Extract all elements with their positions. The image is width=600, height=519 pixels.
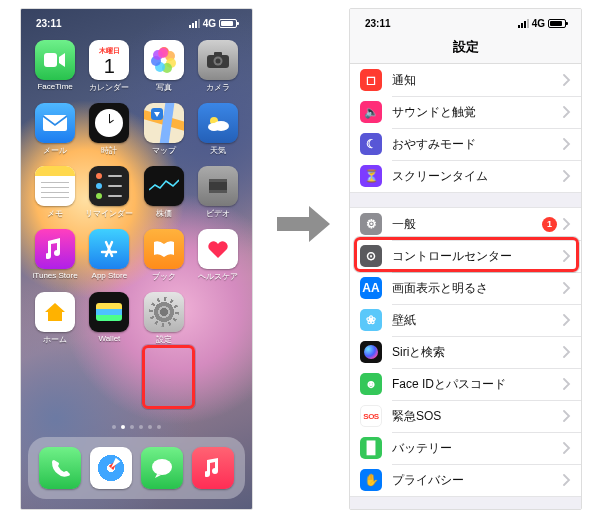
row-label: Siriと検索 (392, 344, 563, 361)
app-settings[interactable]: 設定 (138, 292, 190, 352)
settings-row-g2-8[interactable]: ✋プライバシー (350, 464, 581, 496)
app-home[interactable]: ホーム (29, 292, 81, 352)
highlight-general-row (354, 237, 579, 272)
chevron-right-icon (563, 314, 571, 326)
status-bar: 23:11 4G (21, 9, 252, 31)
row-label: スクリーンタイム (392, 168, 563, 185)
status-time: 23:11 (36, 18, 62, 29)
chevron-right-icon (563, 138, 571, 150)
row-icon: ▉ (360, 437, 382, 459)
row-icon: SOS (360, 405, 382, 427)
settings-row-g2-5[interactable]: ☻Face IDとパスコード (350, 368, 581, 400)
dock (28, 437, 245, 499)
app-label: Wallet (98, 334, 120, 343)
network-label: 4G (532, 18, 545, 29)
settings-row-g1-0[interactable]: ◻通知 (350, 64, 581, 96)
dock-music[interactable] (192, 447, 234, 489)
app-maps[interactable]: マップ (138, 103, 190, 163)
svg-point-8 (208, 123, 220, 131)
settings-row-g2-6[interactable]: SOS緊急SOS (350, 400, 581, 432)
row-label: プライバシー (392, 472, 563, 489)
dock-messages[interactable] (141, 447, 183, 489)
settings-row-g2-2[interactable]: AA画面表示と明るさ (350, 272, 581, 304)
row-label: おやすみモード (392, 136, 563, 153)
app-clock[interactable]: 時計 (83, 103, 135, 163)
status-right: 4G (518, 18, 566, 29)
app-facetime[interactable]: FaceTime (29, 40, 81, 100)
settings-row-g1-3[interactable]: ⏳スクリーンタイム (350, 160, 581, 192)
svg-rect-11 (209, 190, 227, 193)
camera-icon (198, 40, 238, 80)
chevron-right-icon (563, 474, 571, 486)
mail-icon (35, 103, 75, 143)
row-label: バッテリー (392, 440, 563, 457)
chevron-right-icon (563, 410, 571, 422)
row-label: サウンドと触覚 (392, 104, 563, 121)
row-label: 一般 (392, 216, 542, 233)
chevron-right-icon (563, 74, 571, 86)
app-calendar[interactable]: 木曜日1カレンダー (83, 40, 135, 100)
app-mail[interactable]: メール (29, 103, 81, 163)
facetime-icon (35, 40, 75, 80)
row-icon (360, 341, 382, 363)
row-label: 壁紙 (392, 312, 563, 329)
chevron-right-icon (563, 106, 571, 118)
home-screen: 23:11 4G FaceTime 木曜日1カレンダー 写真 カメラ メール 時… (20, 8, 253, 510)
videos-icon (198, 166, 238, 206)
app-itunes-store[interactable]: iTunes Store (29, 229, 81, 289)
health-icon (198, 229, 238, 269)
photos-icon (144, 40, 184, 80)
highlight-settings (142, 345, 195, 409)
settings-row-g2-0[interactable]: ⚙一般1 (350, 208, 581, 240)
app-wallet[interactable]: Wallet (83, 292, 135, 352)
calendar-icon: 木曜日1 (89, 40, 129, 80)
app-label: カレンダー (89, 82, 129, 93)
battery-icon (548, 19, 566, 28)
settings-row-g2-3[interactable]: ❀壁紙 (350, 304, 581, 336)
dock-phone[interactable] (39, 447, 81, 489)
page-title: 設定 (350, 31, 581, 63)
chevron-right-icon (563, 346, 571, 358)
status-bar: 23:11 4G (350, 9, 581, 31)
app-health[interactable]: ヘルスケア (192, 229, 244, 289)
app-label: リマインダー (85, 208, 133, 219)
chevron-right-icon (563, 218, 571, 230)
settings-row-g1-2[interactable]: ☾おやすみモード (350, 128, 581, 160)
weather-icon (198, 103, 238, 143)
app-photos[interactable]: 写真 (138, 40, 190, 100)
row-icon: ⚙ (360, 213, 382, 235)
app-grid: FaceTime 木曜日1カレンダー 写真 カメラ メール 時計 マップ 天気 … (21, 31, 252, 352)
app-label: 写真 (156, 82, 172, 93)
app-weather[interactable]: 天気 (192, 103, 244, 163)
settings-row-g1-1[interactable]: 🔈サウンドと触覚 (350, 96, 581, 128)
app-notes[interactable]: メモ (29, 166, 81, 226)
app-reminders[interactable]: リマインダー (83, 166, 135, 226)
app-label: 時計 (101, 145, 117, 156)
app-videos[interactable]: ビデオ (192, 166, 244, 226)
app-camera[interactable]: カメラ (192, 40, 244, 100)
signal-bars-icon (518, 19, 529, 28)
svg-rect-0 (44, 53, 57, 67)
row-icon: ☻ (360, 373, 382, 395)
row-icon: AA (360, 277, 382, 299)
network-label: 4G (203, 18, 216, 29)
app-label: FaceTime (37, 82, 72, 91)
settings-list: ◻通知🔈サウンドと触覚☾おやすみモード⏳スクリーンタイム⚙一般1⊙コントロールセ… (350, 64, 581, 510)
settings-row-g2-7[interactable]: ▉バッテリー (350, 432, 581, 464)
app-app-store[interactable]: App Store (83, 229, 135, 289)
dock-safari[interactable] (90, 447, 132, 489)
app-label: 設定 (156, 334, 172, 345)
svg-point-12 (152, 459, 172, 475)
settings-row-g2-4[interactable]: Siriと検索 (350, 336, 581, 368)
app-label: ビデオ (206, 208, 230, 219)
app-books[interactable]: ブック (138, 229, 190, 289)
page-dots (21, 425, 252, 429)
app-stocks[interactable]: 株価 (138, 166, 190, 226)
svg-rect-10 (209, 179, 227, 182)
status-right: 4G (189, 18, 237, 29)
settings-icon (144, 292, 184, 332)
maps-icon (144, 103, 184, 143)
settings-header: 23:11 4G 設定 (350, 9, 581, 64)
app-label: 株価 (156, 208, 172, 219)
appstore-icon (89, 229, 129, 269)
